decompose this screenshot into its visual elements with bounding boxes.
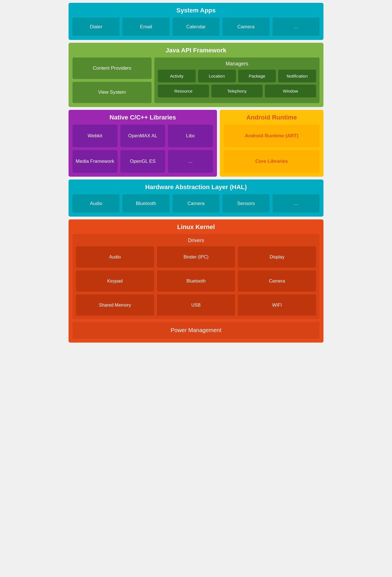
hal-tile: Audio [73,194,120,213]
driver-tile: Keypad [76,270,154,292]
drivers-grid: AudioBinder (IPC)DisplayKeypadBluetoothC… [76,246,316,316]
android-runtime-layer: Android Runtime Android Runtime (ART)Cor… [220,110,323,177]
android-runtime-tile: Android Runtime (ART) [224,125,319,147]
native-cpp-grid: WebkitOpenMAX ALLibcMedia FrameworkOpenG… [73,125,213,173]
drivers-title: Drivers [76,238,316,243]
native-cpp-tile: Webkit [73,125,118,147]
system-apps-title: System Apps [73,7,319,14]
managers-section: Managers ActivityLocationPackageNotifica… [154,57,319,103]
manager-tile: Location [198,70,236,82]
driver-tile: WIFI [238,294,316,316]
driver-tile: Display [238,246,316,268]
system-apps-tiles: DialerEmailCalendarCamera... [73,18,319,36]
native-runtime-row: Native C/C++ Libraries WebkitOpenMAX ALL… [69,110,323,177]
managers-row1: ActivityLocationPackageNotification [158,70,316,82]
java-api-layer: Java API Framework Content ProvidersView… [69,43,323,107]
system-app-tile: ... [272,18,319,36]
driver-tile: Audio [76,246,154,268]
android-runtime-title: Android Runtime [224,114,319,121]
power-management: Power Management [73,322,319,339]
managers-title: Managers [158,61,316,67]
driver-tile: Binder (IPC) [157,246,235,268]
android-runtime-tiles: Android Runtime (ART)Core Libraries [224,125,319,173]
manager-tile: Notification [278,70,316,82]
hal-tiles: AudioBluetoothCameraSensors... [73,194,319,213]
manager-tile: Activity [158,70,196,82]
manager-tile: Window [265,85,316,97]
hal-title: Hardware Abstraction Layer (HAL) [73,183,319,191]
native-cpp-tile: OpenGL ES [120,150,165,173]
java-api-left-tile: Content Providers [73,57,152,79]
java-api-left-tile: View System [73,82,152,103]
android-architecture-diagram: System Apps DialerEmailCalendarCamera...… [69,3,323,343]
system-app-tile: Dialer [73,18,120,36]
linux-kernel-layer: Linux Kernel Drivers AudioBinder (IPC)Di… [69,219,323,343]
native-cpp-layer: Native C/C++ Libraries WebkitOpenMAX ALL… [69,110,217,177]
java-api-title: Java API Framework [73,47,319,54]
native-cpp-title: Native C/C++ Libraries [73,114,213,121]
manager-tile: Package [238,70,276,82]
manager-tile: Telephony [211,85,263,97]
driver-tile: USB [157,294,235,316]
system-app-tile: Calendar [172,18,220,36]
hal-tile: ... [272,194,319,213]
native-cpp-tile: Media Framework [73,150,118,173]
hal-layer: Hardware Abstraction Layer (HAL) AudioBl… [69,179,323,217]
java-api-content: Content ProvidersView System Managers Ac… [73,57,319,103]
android-runtime-tile: Core Libraries [224,150,319,173]
hal-tile: Sensors [222,194,269,213]
hal-tile: Bluetooth [122,194,169,213]
java-api-left: Content ProvidersView System [73,57,152,103]
native-cpp-tile: OpenMAX AL [120,125,165,147]
system-apps-layer: System Apps DialerEmailCalendarCamera... [69,3,323,40]
driver-tile: Shared Memory [76,294,154,316]
manager-tile: Resource [158,85,209,97]
managers-row2: ResourceTelephonyWindow [158,85,316,97]
linux-kernel-title: Linux Kernel [73,223,319,231]
system-app-tile: Camera [222,18,269,36]
system-app-tile: Email [122,18,169,36]
driver-tile: Bluetooth [157,270,235,292]
native-cpp-tile: Libc [168,125,213,147]
driver-tile: Camera [238,270,316,292]
drivers-section: Drivers AudioBinder (IPC)DisplayKeypadBl… [73,234,319,319]
hal-tile: Camera [172,194,220,213]
native-cpp-tile: ... [168,150,213,173]
